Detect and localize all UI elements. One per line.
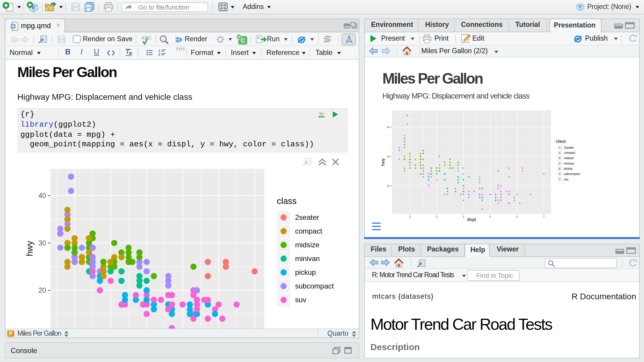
svg-text:2seater: 2seater — [295, 213, 319, 221]
svg-text:20: 20 — [387, 184, 390, 187]
svg-text:4: 4 — [463, 215, 465, 218]
svg-text:suv: suv — [564, 177, 569, 181]
svg-text:class: class — [277, 196, 297, 206]
svg-text:minivan: minivan — [295, 254, 320, 263]
svg-text:40: 40 — [387, 125, 390, 128]
svg-text:R: R — [579, 4, 582, 9]
svg-text:hwy: hwy — [381, 158, 385, 165]
svg-text:C: C — [241, 38, 245, 44]
svg-text:5: 5 — [489, 215, 491, 218]
svg-text:3: 3 — [436, 215, 437, 218]
svg-text:30: 30 — [387, 154, 390, 158]
svg-text:1: 1 — [158, 49, 160, 53]
svg-text:midsize: midsize — [564, 156, 574, 159]
svg-text:hwy: hwy — [25, 241, 34, 256]
svg-text:pickup: pickup — [564, 167, 573, 170]
svg-text:20: 20 — [38, 286, 46, 294]
svg-text:subcompact: subcompact — [564, 172, 580, 175]
svg-text:compact: compact — [295, 227, 322, 235]
svg-text:minivan: minivan — [564, 162, 574, 165]
svg-text:7: 7 — [543, 215, 544, 218]
svg-text:compact: compact — [564, 151, 575, 154]
svg-text:subcompact: subcompact — [295, 282, 334, 290]
svg-text:30: 30 — [38, 239, 46, 247]
svg-text:6: 6 — [516, 215, 518, 218]
svg-text:displ: displ — [467, 217, 476, 222]
svg-text:class: class — [556, 139, 566, 143]
svg-text:midsize: midsize — [295, 241, 319, 249]
svg-text:2: 2 — [158, 53, 160, 56]
svg-text:2: 2 — [409, 215, 410, 218]
svg-text:40: 40 — [38, 192, 46, 200]
svg-text:2seater: 2seater — [564, 146, 574, 149]
svg-text:pickup: pickup — [295, 268, 316, 276]
svg-text:suv: suv — [295, 296, 306, 304]
